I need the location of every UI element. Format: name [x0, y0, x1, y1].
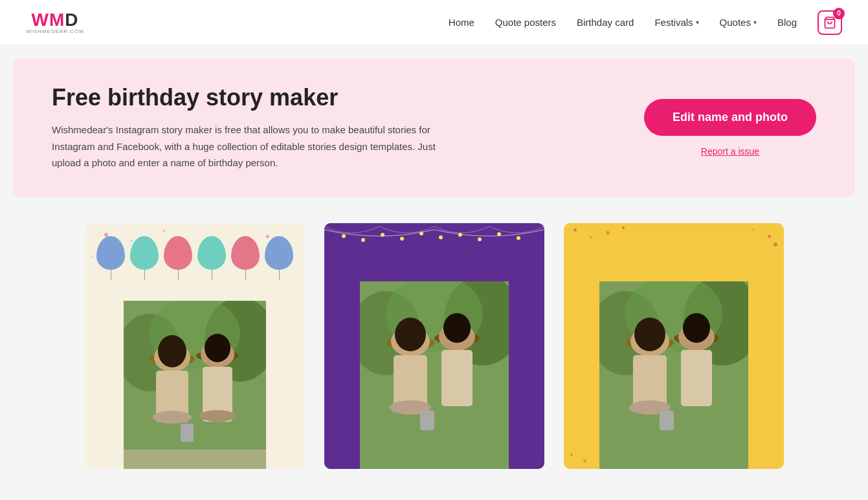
- card-2-background: [324, 223, 544, 469]
- svg-point-53: [683, 313, 710, 343]
- svg-point-35: [395, 318, 426, 351]
- svg-rect-16: [181, 424, 194, 442]
- nav-home[interactable]: Home: [449, 17, 474, 28]
- template-card-1[interactable]: [85, 223, 305, 469]
- svg-rect-38: [441, 350, 473, 406]
- svg-point-20: [400, 237, 404, 241]
- main-nav: Home Quote posters Birthday card Festiva…: [449, 10, 842, 35]
- cart-button[interactable]: 0: [818, 10, 842, 35]
- nav-quotes-dropdown[interactable]: Quotes ▾: [720, 17, 757, 28]
- card-2-photo: [360, 281, 509, 469]
- svg-point-39: [443, 313, 471, 343]
- balloon-pink2: [231, 236, 260, 270]
- balloon-blue: [96, 236, 125, 270]
- balloon-pink: [164, 236, 192, 270]
- svg-rect-54: [660, 411, 674, 430]
- svg-point-14: [205, 334, 230, 362]
- card-1-photo-area: [124, 301, 266, 469]
- template-card-3[interactable]: [564, 223, 784, 469]
- svg-point-24: [478, 237, 482, 241]
- card-3-photo: [599, 281, 748, 469]
- template-card-2[interactable]: [324, 223, 544, 469]
- card-2-photo-area: [360, 281, 509, 469]
- svg-point-12: [199, 410, 236, 422]
- chevron-down-icon: ▾: [696, 19, 699, 26]
- svg-point-17: [342, 234, 346, 238]
- chevron-down-icon: ▾: [753, 19, 757, 26]
- svg-rect-52: [681, 350, 712, 406]
- svg-point-49: [634, 318, 665, 351]
- svg-point-25: [497, 232, 501, 236]
- edit-name-photo-button[interactable]: Edit name and photo: [644, 99, 816, 136]
- nav-birthday-card[interactable]: Birthday card: [577, 17, 634, 28]
- cart-count: 0: [833, 8, 845, 19]
- svg-rect-40: [420, 411, 434, 430]
- svg-point-23: [458, 233, 462, 237]
- card-3-background: [564, 223, 784, 469]
- svg-rect-15: [124, 450, 266, 469]
- hero-banner: Free birthday story maker Wishmedear's I…: [13, 58, 855, 197]
- template-cards-section: [0, 210, 868, 482]
- svg-point-19: [381, 233, 384, 237]
- balloons-decoration: [85, 223, 305, 275]
- nav-festivals-dropdown[interactable]: Festivals ▾: [654, 17, 698, 28]
- svg-point-18: [361, 238, 365, 242]
- hero-actions: Edit name and photo Report a issue: [644, 99, 816, 157]
- balloon-teal2: [197, 236, 226, 270]
- nav-quote-posters[interactable]: Quote posters: [495, 17, 556, 28]
- balloon-blue2: [265, 236, 293, 270]
- hero-text-block: Free birthday story maker Wishmedear's I…: [52, 84, 440, 171]
- nav-blog[interactable]: Blog: [777, 17, 797, 28]
- svg-point-8: [153, 411, 192, 424]
- svg-point-21: [419, 232, 423, 235]
- logo[interactable]: WMD WISHMEDEAR.COM: [26, 11, 84, 34]
- site-header: WMD WISHMEDEAR.COM Home Quote posters Bi…: [0, 0, 868, 45]
- balloon-teal: [130, 236, 159, 270]
- report-issue-link[interactable]: Report a issue: [701, 146, 759, 157]
- hero-description: Wishmedear's Instagram story maker is fr…: [52, 122, 440, 171]
- string-lights: [324, 223, 544, 255]
- svg-point-13: [158, 335, 186, 367]
- logo-sub: WISHMEDEAR.COM: [26, 29, 84, 34]
- svg-point-26: [517, 236, 520, 240]
- card-3-photo-area: [599, 281, 748, 469]
- hero-title: Free birthday story maker: [52, 84, 440, 111]
- svg-point-22: [439, 235, 443, 239]
- card-1-background: [85, 223, 305, 469]
- people-illustration: [124, 301, 266, 469]
- logo-text: WMD: [32, 11, 79, 29]
- card-1-photo: [124, 301, 266, 469]
